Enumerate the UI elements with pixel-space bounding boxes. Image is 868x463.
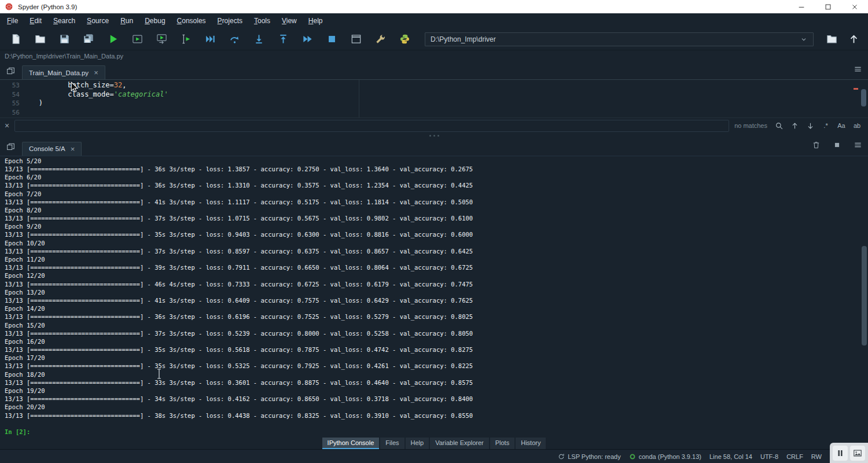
permissions-status: RW: [811, 453, 822, 460]
find-previous-icon[interactable]: [788, 119, 801, 132]
save-all-button[interactable]: [76, 30, 101, 49]
console-line: 13/13 [==============================] -…: [5, 296, 868, 304]
close-tab-icon[interactable]: ×: [94, 69, 98, 76]
working-directory-combobox[interactable]: D:\Python_Imp\driver: [425, 32, 814, 46]
lsp-status-text: LSP Python: ready: [568, 453, 621, 460]
new-file-button[interactable]: [3, 30, 28, 49]
menu-source[interactable]: Source: [81, 14, 115, 28]
find-next-icon[interactable]: [804, 119, 816, 132]
find-status-text: no matches: [734, 122, 767, 129]
menu-tools[interactable]: Tools: [248, 14, 276, 28]
mouse-cursor-arrow: [71, 82, 78, 95]
pause-icon[interactable]: [833, 446, 848, 461]
interrupt-kernel-icon[interactable]: [830, 138, 844, 152]
menu-file[interactable]: File: [1, 14, 24, 28]
close-button[interactable]: [841, 0, 868, 13]
open-file-button[interactable]: [28, 30, 52, 49]
search-input[interactable]: [19, 122, 725, 130]
window-controls: [788, 0, 868, 13]
console-scrollbar-thumb[interactable]: [862, 246, 867, 346]
screenshot-icon[interactable]: [850, 446, 865, 461]
continue-button[interactable]: [295, 30, 319, 49]
menu-edit[interactable]: Edit: [24, 14, 47, 28]
column-guide-line: [359, 80, 359, 117]
step-over-button[interactable]: [222, 30, 247, 49]
menu-view[interactable]: View: [276, 14, 303, 28]
scroll-flag-marker: [854, 88, 858, 90]
run-cell-button[interactable]: [125, 30, 149, 49]
minimize-button[interactable]: [788, 0, 815, 13]
pane-splitter[interactable]: [0, 134, 868, 138]
stop-button[interactable]: [319, 30, 344, 49]
eol-status: CRLF: [786, 453, 803, 460]
debug-file-button[interactable]: [198, 30, 222, 49]
console-line: Epoch 10/20: [5, 239, 868, 247]
console-line: 13/13 [==============================] -…: [5, 263, 868, 271]
regex-icon[interactable]: .*: [819, 119, 832, 132]
code-line: 54 class_mode='categorical': [0, 90, 868, 100]
console-line: Epoch 6/20: [5, 173, 868, 181]
title-bar: Spyder (Python 3.9): [0, 0, 868, 13]
cursor-position: Line 58, Col 14: [709, 453, 752, 460]
code-line: 55 ): [0, 99, 868, 108]
browse-working-directory-button[interactable]: [821, 30, 843, 49]
spyder-logo-icon: [5, 2, 13, 11]
find-icons: .*Aaab: [773, 119, 863, 132]
editor-tab[interactable]: Train_Main_Data.py ×: [22, 65, 105, 79]
whole-words-icon[interactable]: ab: [851, 119, 863, 132]
console-body[interactable]: Epoch 5/2013/13 [=======================…: [0, 156, 868, 438]
menu-search[interactable]: Search: [47, 14, 81, 28]
run-cell-advance-button[interactable]: [149, 30, 174, 49]
menu-run[interactable]: Run: [115, 14, 139, 28]
main-toolbar-row: D:\Python_Imp\driver: [0, 28, 868, 50]
search-icon[interactable]: [773, 119, 785, 132]
console-tab[interactable]: Console 5/A ×: [22, 142, 82, 156]
browse-tabs-icon[interactable]: [3, 64, 17, 78]
chevron-down-icon[interactable]: [800, 35, 808, 43]
step-into-button[interactable]: [247, 30, 271, 49]
close-find-icon[interactable]: ×: [5, 121, 9, 130]
match-case-icon[interactable]: Aa: [835, 119, 848, 132]
run-button[interactable]: [101, 30, 125, 49]
remove-variables-icon[interactable]: [809, 138, 823, 152]
run-selection-button[interactable]: [174, 30, 198, 49]
console-line: 13/13 [==============================] -…: [5, 379, 868, 387]
menu-consoles[interactable]: Consoles: [171, 14, 212, 28]
menu-help[interactable]: Help: [303, 14, 329, 28]
pane-tab-ipython-console[interactable]: IPython Console: [322, 438, 380, 449]
window-title: Spyder (Python 3.9): [18, 3, 77, 10]
console-line: 13/13 [==============================] -…: [5, 329, 868, 337]
editor-options-menu-icon[interactable]: [851, 62, 865, 76]
interpreter-status[interactable]: conda (Python 3.9.13): [629, 453, 701, 460]
editor-code: 53 batch_size=32,54 class_mode='categori…: [0, 81, 868, 117]
working-directory-value: D:\Python_Imp\driver: [431, 35, 496, 43]
editor-scrollbar-thumb[interactable]: [861, 89, 866, 106]
console-line: Epoch 19/20: [5, 387, 868, 395]
maximize-pane-button[interactable]: [344, 30, 368, 49]
menu-projects[interactable]: Projects: [212, 14, 248, 28]
console-line: 13/13 [==============================] -…: [5, 198, 868, 206]
console-options-menu-icon[interactable]: [851, 138, 865, 152]
save-button[interactable]: [52, 30, 76, 49]
console-line: 13/13 [==============================] -…: [5, 313, 868, 321]
python-path-button[interactable]: [392, 30, 417, 49]
editor-tab-label: Train_Main_Data.py: [29, 69, 89, 76]
console-line: Epoch 5/20: [5, 157, 868, 165]
browse-console-tabs-icon[interactable]: [3, 140, 17, 154]
editor-body[interactable]: 53 batch_size=32,54 class_mode='categori…: [0, 80, 868, 117]
console-line: 13/13 [==============================] -…: [5, 181, 868, 189]
go-up-directory-button[interactable]: [843, 30, 865, 49]
step-return-button[interactable]: [271, 30, 295, 49]
console-line: 13/13 [==============================] -…: [5, 346, 868, 354]
code-line: 53 batch_size=32,: [0, 81, 868, 90]
menu-debug[interactable]: Debug: [139, 14, 171, 28]
pane-tab-files[interactable]: Files: [380, 438, 404, 449]
pane-tab-plots[interactable]: Plots: [490, 438, 514, 449]
encoding-status: UTF-8: [760, 453, 778, 460]
preferences-button[interactable]: [368, 30, 392, 49]
close-console-tab-icon[interactable]: ×: [71, 145, 75, 153]
maximize-button[interactable]: [815, 0, 841, 13]
pane-tab-history[interactable]: History: [516, 438, 546, 449]
pane-tab-variable-explorer[interactable]: Variable Explorer: [430, 438, 489, 449]
pane-tab-help[interactable]: Help: [406, 438, 429, 449]
